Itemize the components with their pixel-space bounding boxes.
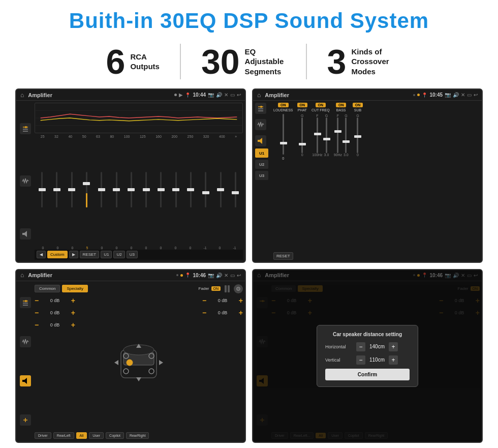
eq-icon-speaker[interactable] xyxy=(20,228,31,240)
dialog-horizontal-plus[interactable]: + xyxy=(389,342,398,351)
level-4-minus[interactable]: − xyxy=(202,296,206,305)
camera-icon-3: 📷 xyxy=(208,273,214,278)
level-3-minus[interactable]: − xyxy=(35,321,39,329)
eq-slider-2[interactable] xyxy=(71,172,73,213)
dialog-horizontal-value: 140cm xyxy=(367,344,387,349)
eq-slider-4[interactable] xyxy=(101,172,102,213)
status-rect-2 xyxy=(413,94,415,96)
dialog-box: Car speaker distance setting Horizontal … xyxy=(317,325,418,387)
eq-slider-0[interactable] xyxy=(41,172,43,213)
eq-icon-tuner[interactable] xyxy=(20,123,31,134)
eq-slider-9[interactable] xyxy=(175,172,177,213)
eq-slider-12[interactable] xyxy=(220,172,222,213)
dialog-horizontal-minus[interactable]: − xyxy=(356,342,365,351)
dialog-confirm-button[interactable]: Confirm xyxy=(325,369,410,380)
cross-controls: ON LOUDNESS 0 ON PHAT xyxy=(273,103,480,248)
phat-on-btn[interactable]: ON xyxy=(297,103,308,107)
svg-rect-13 xyxy=(258,140,260,142)
loudness-on-btn[interactable]: ON xyxy=(278,103,289,107)
spk-wave-icon[interactable] xyxy=(20,336,31,347)
level-2-plus[interactable]: + xyxy=(71,309,75,317)
eq-slider-6[interactable] xyxy=(131,172,132,213)
level-1-minus[interactable]: − xyxy=(35,296,39,305)
rearright-btn[interactable]: RearRight xyxy=(126,432,149,439)
stat-eq-label: EQ Adjustable Segments xyxy=(245,47,286,77)
vol-icon-1: 🔊 xyxy=(216,92,222,98)
time-3: 10:46 xyxy=(193,273,206,278)
eq-slider-1[interactable] xyxy=(56,172,57,213)
tab-common[interactable]: Common xyxy=(35,285,60,292)
spk-tuner-icon[interactable] xyxy=(20,297,31,308)
level-3-plus[interactable]: + xyxy=(71,321,75,329)
cross-reset-btn[interactable]: RESET xyxy=(273,252,293,260)
eq-slider-5[interactable] xyxy=(116,172,117,213)
app-title-2: Amplifier xyxy=(265,92,411,98)
level-4-value: 0 dB xyxy=(208,298,237,303)
rect-icon-3: ▭ xyxy=(230,273,235,278)
speaker-settings-icon[interactable] xyxy=(234,284,243,293)
eq-slider-11[interactable] xyxy=(205,172,206,213)
user-btn[interactable]: User xyxy=(89,432,104,439)
eq-slider-7[interactable] xyxy=(145,172,147,213)
level-4-plus[interactable]: + xyxy=(239,296,243,305)
cutfreq-on-btn[interactable]: ON xyxy=(316,103,326,107)
dialog-vertical-minus[interactable]: − xyxy=(356,355,365,365)
eq-u3-btn[interactable]: U3 xyxy=(127,251,138,258)
eq-slider-8[interactable] xyxy=(160,172,162,213)
tab-specialty[interactable]: Specialty xyxy=(62,285,87,292)
sub-on-btn[interactable]: ON xyxy=(353,103,363,107)
screen-eq: ⌂ Amplifier ▶ 📍 10:44 📷 🔊 ✕ ▭ ↩ xyxy=(15,88,246,262)
eq-preset-label[interactable]: Custom xyxy=(47,251,68,258)
screen-dialog: ⌂ Amplifier 📍 10:46 📷 🔊 ✕ ▭ ↩ xyxy=(252,269,483,443)
stats-row: 6 RCA Outputs 30 EQ Adjustable Segments … xyxy=(15,44,483,79)
cross-u3-btn[interactable]: U3 xyxy=(255,171,268,180)
level-row-1: − 0 dB + xyxy=(35,296,75,305)
cross-u1-btn[interactable]: U1 xyxy=(255,148,268,158)
car-diagram-area xyxy=(78,296,199,429)
spk-spk-icon[interactable] xyxy=(20,375,31,386)
cross-wave-icon[interactable] xyxy=(255,119,266,130)
eq-u1-btn[interactable]: U1 xyxy=(101,251,112,258)
eq-slider-3[interactable] xyxy=(86,172,87,213)
time-1: 10:44 xyxy=(193,92,206,98)
level-row-4: − 0 dB + xyxy=(202,296,243,305)
ctrl-sub: ON SUB G 0 xyxy=(353,103,363,157)
cross-reset-area: RESET xyxy=(273,252,480,260)
screen-crossover: ⌂ Amplifier 📍 10:45 📷 🔊 ✕ ▭ ↩ xyxy=(252,88,483,262)
eq-graph xyxy=(35,103,243,133)
ctrl-bass: ON BASS F 90Hz xyxy=(334,103,349,157)
eq-u2-btn[interactable]: U2 xyxy=(113,251,124,258)
bass-on-btn[interactable]: ON xyxy=(336,103,347,107)
ctrl-cutfreq: ON CUT FREQ F 100Hz xyxy=(312,103,330,157)
pin-icon-3: 📍 xyxy=(185,273,191,278)
fader-on-btn[interactable]: ON xyxy=(211,286,221,291)
level-5-minus[interactable]: − xyxy=(202,309,206,317)
svg-marker-35 xyxy=(114,360,118,365)
home-icon-1: ⌂ xyxy=(20,92,24,99)
eq-reset-btn[interactable]: RESET xyxy=(80,251,100,258)
driver-btn[interactable]: Driver xyxy=(35,432,51,439)
stat-crossover-label: Kinds of Crossover Modes xyxy=(351,47,392,77)
stat-eq-number: 30 xyxy=(201,44,240,79)
cross-spk-icon[interactable] xyxy=(255,135,266,146)
cross-u2-btn[interactable]: U2 xyxy=(255,160,268,169)
eq-prev-btn[interactable]: ◀ xyxy=(37,251,46,258)
rearleft-btn[interactable]: RearLeft xyxy=(53,432,74,439)
eq-icon-wave[interactable] xyxy=(20,175,31,187)
all-btn[interactable]: All xyxy=(76,432,87,439)
dialog-vertical-plus[interactable]: + xyxy=(389,355,398,365)
level-1-plus[interactable]: + xyxy=(71,296,75,305)
svg-point-32 xyxy=(149,369,154,374)
rect-icon-1: ▭ xyxy=(230,92,235,98)
level-5-plus[interactable]: + xyxy=(239,309,243,317)
app-title-3: Amplifier xyxy=(28,272,174,278)
eq-next-btn[interactable]: ▶ xyxy=(69,251,78,258)
copilot-btn[interactable]: Copilot xyxy=(106,432,124,439)
vol-icon-3: 🔊 xyxy=(216,273,222,278)
spk-expand-icon[interactable] xyxy=(20,414,31,426)
eq-slider-10[interactable] xyxy=(190,172,192,213)
eq-content: 25 32 40 50 63 80 100 125 160 200 250 32… xyxy=(16,101,245,261)
eq-slider-13[interactable] xyxy=(235,172,236,213)
level-2-minus[interactable]: − xyxy=(35,309,39,317)
cross-tuner-icon[interactable] xyxy=(255,103,266,114)
